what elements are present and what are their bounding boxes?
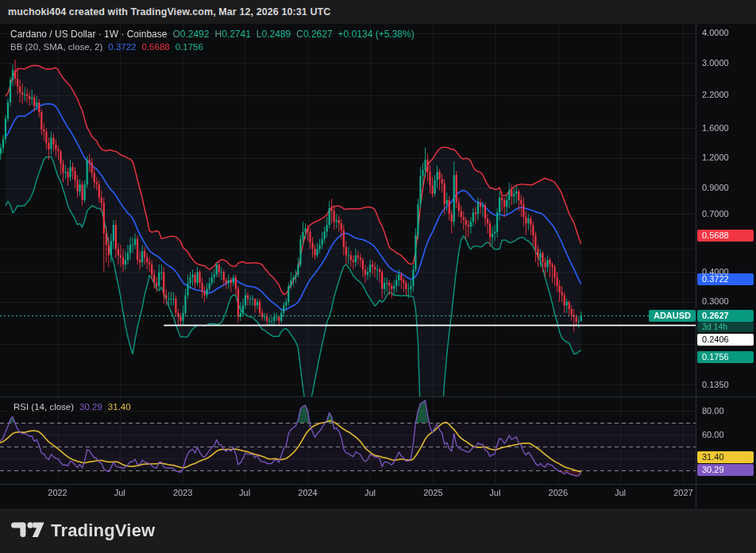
tradingview-logo-icon[interactable] (11, 521, 44, 540)
footer-bar: TradingView (0, 509, 756, 553)
attribution-text: muchoki404 created with TradingView.com,… (8, 6, 330, 17)
chart-canvas[interactable] (0, 0, 756, 553)
attribution-bar: muchoki404 created with TradingView.com,… (0, 0, 756, 24)
tradingview-chart-page: muchoki404 created with TradingView.com,… (0, 0, 756, 553)
tradingview-wordmark[interactable]: TradingView (51, 520, 155, 541)
